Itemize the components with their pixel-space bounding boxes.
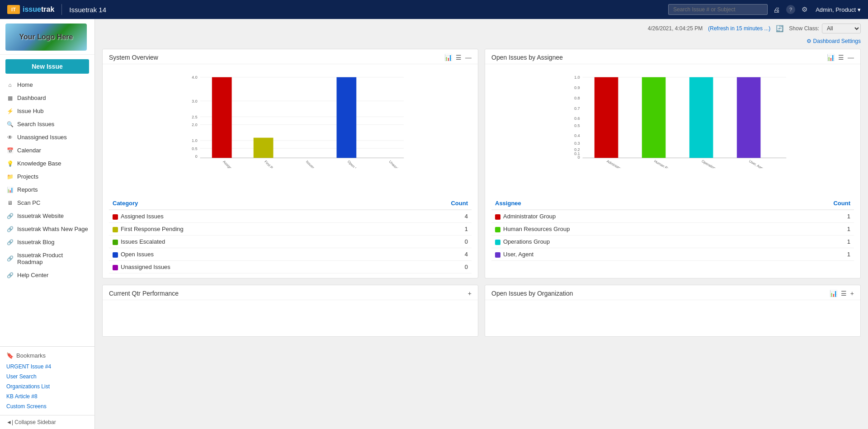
admin-count: 1	[771, 210, 854, 223]
sidebar-item-home[interactable]: ⌂ Home	[0, 78, 94, 91]
sidebar-item-dashboard[interactable]: ▦ Dashboard	[0, 91, 94, 104]
show-class-label: Show Class:	[789, 25, 819, 32]
main-content: 4/26/2021, 4:04:25 PM (Refresh in 15 min…	[95, 19, 868, 429]
svg-text:0.3: 0.3	[574, 141, 580, 146]
bookmarks-header: 🔖 Bookmarks	[0, 350, 94, 362]
settings-icon[interactable]: ⚙	[802, 5, 807, 14]
sidebar-item-projects[interactable]: 📁 Projects	[0, 170, 94, 183]
user-menu[interactable]: Admin, Product ▾	[816, 6, 861, 13]
sidebar-item-unassigned-issues[interactable]: 👁 Unassigned Issues	[0, 131, 94, 144]
bookmark-icon: 🔖	[6, 352, 14, 359]
roadmap-icon: 🔗	[6, 255, 14, 262]
sidebar-item-search-issues[interactable]: 🔍 Search Issues	[0, 118, 94, 131]
page-layout: Your Logo Here New Issue ⌂ Home ▦ Dashbo…	[0, 19, 868, 429]
show-class-select[interactable]: All Open Closed	[822, 24, 861, 33]
sidebar-label-unassigned: Unassigned Issues	[17, 134, 67, 141]
sidebar-label-knowledge-base: Knowledge Base	[17, 160, 61, 167]
svg-text:0.9: 0.9	[574, 85, 580, 90]
sidebar-label-issue-hub: Issue Hub	[17, 108, 44, 114]
sidebar-navigation: ⌂ Home ▦ Dashboard ⚡ Issue Hub 🔍 Search …	[0, 78, 94, 346]
agent-dot	[495, 252, 500, 258]
first-response-dot	[113, 227, 118, 232]
dashboard-settings-link[interactable]: ⚙ Dashboard Settings	[102, 38, 861, 44]
table-row: Administrator Group 1	[491, 210, 854, 223]
sidebar-logo: Your Logo Here	[0, 19, 94, 55]
sidebar-item-issue-hub[interactable]: ⚡ Issue Hub	[0, 104, 94, 118]
table-row: Open Issues 4	[109, 248, 472, 261]
dashboard-settings-label: Dashboard Settings	[813, 38, 861, 44]
system-overview-header: System Overview 📊 ☰ —	[103, 49, 478, 64]
ops-count: 1	[771, 236, 854, 248]
open-dot	[113, 252, 118, 258]
sidebar-label-reports: Reports	[17, 186, 38, 193]
sidebar-label-projects: Projects	[17, 173, 38, 180]
add-icon-org[interactable]: +	[850, 290, 854, 297]
sidebar-item-scan-pc[interactable]: 🖥 Scan PC	[0, 196, 94, 209]
dashboard-header: 4/26/2021, 4:04:25 PM (Refresh in 15 min…	[102, 24, 861, 33]
help-icon[interactable]: ?	[786, 5, 795, 14]
sidebar-item-calendar[interactable]: 📅 Calendar	[0, 144, 94, 157]
refresh-button[interactable]: 🔄	[776, 25, 783, 32]
list-view-icon-3[interactable]: ☰	[841, 290, 847, 297]
table-row: First Response Pending 1	[109, 223, 472, 236]
sidebar-item-whats-new[interactable]: 🔗 Issuetrak Whats New Page	[0, 222, 94, 236]
system-overview-chart: 4.0 3.0 2.5 2.0 1.0 0.5 0	[109, 69, 472, 195]
bookmark-organizations-list[interactable]: Organizations List	[0, 382, 94, 391]
sidebar-item-help[interactable]: 🔗 Help Center	[0, 269, 94, 282]
assignee-controls: 📊 ☰ —	[827, 54, 854, 61]
search-input[interactable]	[668, 4, 768, 15]
bar-open	[337, 77, 357, 158]
list-view-icon[interactable]: ☰	[456, 54, 462, 61]
logo-icon: IT	[7, 5, 20, 14]
escalated-dot	[113, 240, 118, 245]
table-row: Issues Escalated 0	[109, 236, 472, 248]
col-assignee: Assignee	[491, 197, 771, 210]
bookmark-kb-article[interactable]: KB Article #8	[0, 391, 94, 401]
bar-chart-icon-2[interactable]: 📊	[827, 54, 835, 61]
list-view-icon-2[interactable]: ☰	[838, 54, 844, 61]
sidebar-label-website: Issuetrak Website	[17, 212, 64, 219]
bookmark-custom-screens[interactable]: Custom Screens	[0, 401, 94, 411]
xlabel-ops: Operations Group	[701, 159, 727, 168]
sidebar-label-search-issues: Search Issues	[17, 121, 54, 127]
bar-chart-icon[interactable]: 📊	[444, 54, 452, 61]
website-icon: 🔗	[6, 213, 14, 219]
svg-text:0: 0	[195, 154, 198, 159]
assignee-header: Open Issues by Assignee 📊 ☰ —	[485, 49, 860, 64]
bookmark-urgent-issue[interactable]: URGENT Issue #4	[0, 362, 94, 372]
current-qtr-widget: Current Qtr Performance +	[102, 285, 478, 337]
sidebar-item-reports[interactable]: 📊 Reports	[0, 183, 94, 196]
bookmarks-section: 🔖 Bookmarks URGENT Issue #4 User Search …	[0, 346, 94, 415]
add-icon[interactable]: +	[468, 290, 472, 297]
system-overview-body: 4.0 3.0 2.5 2.0 1.0 0.5 0	[103, 64, 478, 278]
sidebar-label-blog: Issuetrak Blog	[17, 239, 54, 245]
top-navigation: IT issuetrak Issuetrak 14 🖨 ? ⚙ Admin, P…	[0, 0, 868, 19]
table-row: Operations Group 1	[491, 236, 854, 248]
sidebar-item-knowledge-base[interactable]: 💡 Knowledge Base	[0, 157, 94, 170]
nav-icons: 🖨 ? ⚙ Admin, Product ▾	[773, 5, 861, 14]
help-center-icon: 🔗	[6, 272, 14, 278]
assignee-svg: 1.0 0.9 0.8 0.7 0.6 0.5 0.4 0.3 0.2 0.1 …	[509, 73, 849, 168]
sidebar-item-website[interactable]: 🔗 Issuetrak Website	[0, 209, 94, 222]
refresh-label[interactable]: (Refresh in 15 minutes ...)	[708, 25, 770, 32]
col-count: Count	[386, 197, 472, 210]
sidebar-item-roadmap[interactable]: 🔗 Issuetrak Product Roadmap	[0, 249, 94, 269]
bar-first-response	[254, 138, 274, 158]
collapse-sidebar-button[interactable]: ◄| Collapse Sidebar	[0, 415, 94, 429]
bar-chart-icon-3[interactable]: 📊	[830, 290, 837, 297]
svg-text:4.0: 4.0	[192, 75, 197, 80]
sidebar-item-blog[interactable]: 🔗 Issuetrak Blog	[0, 236, 94, 249]
assignee-title: Open Issues by Assignee	[491, 54, 563, 61]
svg-text:0.2: 0.2	[574, 147, 580, 152]
minimize-icon[interactable]: —	[465, 54, 472, 61]
table-row: Assigned Issues 4	[109, 210, 472, 223]
bookmarks-label: Bookmarks	[16, 352, 46, 359]
svg-text:1.0: 1.0	[192, 138, 197, 143]
bookmark-user-search[interactable]: User Search	[0, 372, 94, 382]
new-issue-button[interactable]: New Issue	[5, 59, 89, 74]
minimize-icon-2[interactable]: —	[848, 54, 854, 61]
print-icon[interactable]: 🖨	[773, 6, 780, 14]
calendar-icon: 📅	[6, 147, 14, 154]
unassigned-dot	[113, 265, 118, 270]
current-qtr-title: Current Qtr Performance	[109, 290, 179, 297]
